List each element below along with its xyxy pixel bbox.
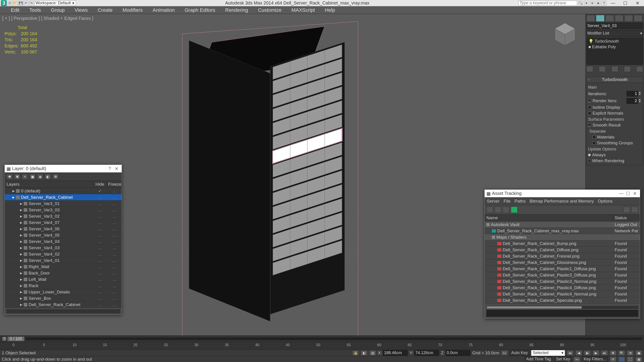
asset-row[interactable]: Maps / Shaders: [485, 234, 640, 240]
time-slider[interactable]: ⊞ 0 / 100: [0, 336, 644, 342]
col-status[interactable]: Status: [613, 215, 640, 221]
freeze-cell[interactable]: …: [107, 208, 122, 212]
layer-row[interactable]: ▸0 (default)✓…: [5, 188, 122, 194]
sep-smoothing-check[interactable]: [592, 141, 596, 145]
tree-icon[interactable]: [511, 207, 518, 213]
exchange-icon[interactable]: ✳: [590, 1, 595, 6]
asset-row[interactable]: Dell_Server_Rack_Cabinet_Plastic3_Diffus…: [485, 272, 640, 278]
expand-icon[interactable]: ▸: [20, 220, 22, 225]
maximize-button[interactable]: ☐: [624, 191, 631, 196]
modifier-list-dropdown[interactable]: Modifier List▾: [586, 30, 643, 37]
hide-layer-icon[interactable]: ◐: [45, 174, 51, 179]
explicit-normals-check[interactable]: [588, 112, 591, 115]
modifier-stack[interactable]: 💡 TurboSmooth ■ Editable Poly: [586, 38, 643, 65]
stack-item-editable-poly[interactable]: ■ Editable Poly: [587, 44, 642, 50]
tab-utilities[interactable]: [634, 15, 642, 22]
nav-orbit-icon[interactable]: ⟳: [610, 357, 616, 362]
hide-cell[interactable]: …: [93, 201, 107, 206]
status-icon[interactable]: [494, 207, 501, 213]
make-unique-icon[interactable]: [612, 66, 618, 72]
key-big-icon[interactable]: 🗝: [574, 357, 580, 362]
layer-row[interactable]: ▸Upper_Lower_Details……: [5, 289, 122, 295]
expand-icon[interactable]: ▸: [20, 277, 22, 282]
key-filter-dropdown[interactable]: Selected▾: [531, 350, 565, 356]
freeze-cell[interactable]: …: [107, 189, 122, 194]
hide-cell[interactable]: …: [93, 239, 107, 244]
object-name-input[interactable]: [586, 22, 643, 29]
nav-pan-icon[interactable]: ✥: [610, 350, 616, 356]
timeline-ruler[interactable]: 0510152025303540455055606570758085909510…: [0, 342, 644, 350]
help-icon[interactable]: ?: [602, 1, 606, 6]
freeze-cell[interactable]: …: [107, 233, 122, 238]
asset-dialog-titlebar[interactable]: ▦ Asset Tracking — ☐ ✕: [485, 190, 640, 197]
expand-icon[interactable]: ▸: [20, 239, 22, 244]
hide-cell[interactable]: …: [93, 252, 107, 257]
hide-cell[interactable]: …: [93, 296, 107, 301]
hide-cell[interactable]: …: [93, 233, 107, 238]
hide-cell[interactable]: …: [93, 271, 107, 276]
freeze-cell[interactable]: …: [107, 271, 122, 276]
layer-row[interactable]: ▸Left_Wall……: [5, 276, 122, 283]
lock-selection-icon[interactable]: 🔒: [352, 350, 359, 356]
app-menu-button[interactable]: 3: [1, 0, 7, 6]
expand-icon[interactable]: ▸: [20, 283, 22, 288]
expand-icon[interactable]: ▸: [12, 195, 15, 200]
freeze-cell[interactable]: …: [107, 296, 122, 301]
goto-start-icon[interactable]: ⏮: [567, 350, 574, 356]
freeze-cell[interactable]: …: [107, 239, 122, 244]
keyfilters-button[interactable]: Key Filters...: [582, 356, 608, 362]
stack-item-turbosmooth[interactable]: 💡 TurboSmooth: [587, 38, 642, 44]
hide-cell[interactable]: …: [93, 245, 107, 250]
layer-row[interactable]: ▸Dell_Server_Rack_Cabinet……: [5, 194, 122, 201]
prev-frame-icon[interactable]: ◀: [576, 350, 582, 356]
nav-extra-icon[interactable]: ▦: [636, 357, 642, 362]
col-hide[interactable]: Hide: [93, 181, 107, 188]
save-icon[interactable]: 💾: [18, 1, 23, 6]
expand-icon[interactable]: ▸: [20, 296, 22, 301]
smooth-result-check[interactable]: [588, 124, 591, 127]
pin-stack-icon[interactable]: [586, 66, 593, 72]
scrollbar-thumb[interactable]: [487, 306, 582, 309]
layer-dialog-titlebar[interactable]: ▦ Layer: 0 (default) ? ✕: [5, 165, 122, 173]
hide-cell[interactable]: …: [93, 226, 107, 231]
new-icon[interactable]: 🗋: [7, 1, 12, 6]
layer-row[interactable]: ▸Server_Var3_02……: [5, 213, 122, 219]
layer-row[interactable]: ▸Dell_Server_Rack_Cabinet……: [5, 302, 122, 308]
tab-modify[interactable]: [596, 15, 604, 22]
server-rack-model[interactable]: [198, 34, 356, 328]
menu-help[interactable]: Help: [323, 6, 337, 14]
undo-icon[interactable]: ↶: [24, 1, 28, 6]
expand-icon[interactable]: ▸: [20, 201, 22, 206]
time-slider-thumb[interactable]: 0 / 100: [7, 336, 24, 342]
asset-row[interactable]: Dell_Server_Rack_Cabinet_Plastic4_Diffus…: [485, 285, 640, 291]
asset-list[interactable]: Autodesk VaultLogged OutDell_Server_Rack…: [485, 222, 640, 304]
expand-icon[interactable]: ▸: [20, 214, 22, 219]
layer-row[interactable]: ▸Back_Door……: [5, 270, 122, 276]
addtimetag-button[interactable]: Add Time Tag: [524, 356, 552, 362]
freeze-cell[interactable]: …: [107, 220, 122, 225]
expand-icon[interactable]: ▸: [20, 207, 22, 212]
freeze-cell[interactable]: …: [107, 245, 122, 250]
asset-hscroll[interactable]: [486, 306, 638, 309]
hide-cell[interactable]: …: [93, 283, 107, 288]
nav-walk-icon[interactable]: 👣: [618, 357, 625, 362]
asset-tracking-dialog[interactable]: ▦ Asset Tracking — ☐ ✕ ServerFilePathsBi…: [484, 189, 640, 319]
layer-row[interactable]: ▸Server_Var4_01……: [5, 257, 122, 264]
table-icon[interactable]: [503, 207, 510, 213]
layer-row[interactable]: ▸Server_Var3_01……: [5, 201, 122, 207]
close-button[interactable]: ✕: [631, 191, 638, 196]
asset-row[interactable]: Dell_Server_Rack_Cabinet_Plastic3_Normal…: [485, 278, 640, 285]
layer-row[interactable]: ▸Server_Var3_03……: [5, 207, 122, 213]
layer-row[interactable]: ▸Server_Var4_05……: [5, 232, 122, 238]
expand-icon[interactable]: ▸: [20, 289, 22, 295]
asset-row[interactable]: Dell_Server_Rack_Cabinet_Specular.pngFou…: [485, 297, 640, 304]
menu-views[interactable]: Views: [73, 6, 90, 14]
expand-icon[interactable]: ▸: [20, 233, 22, 238]
redo-icon[interactable]: ↷: [29, 1, 34, 6]
maximize-button[interactable]: ☐: [620, 0, 631, 6]
nav-region-icon[interactable]: ▣: [636, 350, 642, 356]
freeze-cell[interactable]: …: [107, 283, 122, 288]
hide-cell[interactable]: …: [93, 277, 107, 282]
options-icon[interactable]: [631, 207, 638, 213]
refresh-icon[interactable]: [486, 207, 493, 213]
